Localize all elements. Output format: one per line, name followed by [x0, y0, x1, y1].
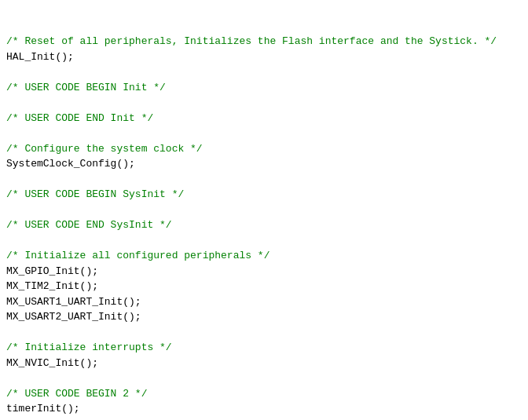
- comment-text: /* USER CODE BEGIN Init */: [6, 82, 166, 93]
- code-text: MX_TIM2_Init();: [6, 280, 98, 292]
- code-text: timerInit();: [6, 403, 80, 415]
- code-line: timerInit();: [6, 401, 522, 417]
- comment-text: /* USER CODE END SysInit */: [6, 219, 172, 231]
- comment-text: /* USER CODE BEGIN 2 */: [6, 388, 147, 400]
- code-text: MX_GPIO_Init();: [6, 265, 98, 277]
- code-text: SystemClock_Config();: [6, 158, 135, 170]
- code-line: [6, 325, 522, 341]
- code-line: /* USER CODE BEGIN SysInit */: [6, 187, 522, 203]
- code-lines: /* Reset of all peripherals, Initializes…: [6, 34, 522, 420]
- comment-text: /* Reset of all peripherals, Initializes…: [6, 35, 497, 47]
- code-line: /* USER CODE END Init */: [6, 111, 522, 126]
- code-line: /* USER CODE BEGIN 2 */: [6, 386, 522, 402]
- code-text: HAL_Init();: [6, 51, 74, 63]
- code-line: /* Reset of all peripherals, Initializes…: [6, 34, 522, 49]
- comment-text: /* Configure the system clock */: [6, 143, 203, 155]
- code-line: MX_TIM2_Init();: [6, 279, 522, 294]
- code-line: MX_USART1_UART_Init();: [6, 294, 522, 310]
- code-line: MX_USART2_UART_Init();: [6, 309, 522, 325]
- code-line: [6, 64, 522, 80]
- code-line: [6, 371, 522, 386]
- code-text: MX_NVIC_Init();: [6, 357, 98, 369]
- code-line: [6, 95, 522, 111]
- code-line: [6, 126, 522, 141]
- code-container: /* Reset of all peripherals, Initializes…: [6, 3, 522, 420]
- code-line: SystemClock_Config();: [6, 156, 522, 172]
- code-line: HAL_Init();: [6, 49, 522, 65]
- code-text: MX_USART1_UART_Init();: [6, 296, 141, 308]
- code-line: /* Initialize all configured peripherals…: [6, 248, 522, 264]
- code-text: MX_USART2_UART_Init();: [6, 311, 141, 323]
- code-line: uartInit();: [6, 417, 522, 421]
- comment-text: /* USER CODE BEGIN SysInit */: [6, 188, 184, 200]
- comment-text: /* USER CODE END Init */: [6, 112, 153, 124]
- code-line: MX_NVIC_Init();: [6, 356, 522, 371]
- comment-text: /* Initialize interrupts */: [6, 341, 172, 353]
- code-line: /* Initialize interrupts */: [6, 340, 522, 356]
- code-line: [6, 233, 522, 249]
- code-line: /* USER CODE BEGIN Init */: [6, 80, 522, 96]
- code-line: MX_GPIO_Init();: [6, 264, 522, 279]
- code-line: /* USER CODE END SysInit */: [6, 217, 522, 233]
- code-line: /* Configure the system clock */: [6, 141, 522, 157]
- code-line: [6, 203, 522, 218]
- comment-text: /* Initialize all configured peripherals…: [6, 250, 270, 261]
- code-line: [6, 172, 522, 188]
